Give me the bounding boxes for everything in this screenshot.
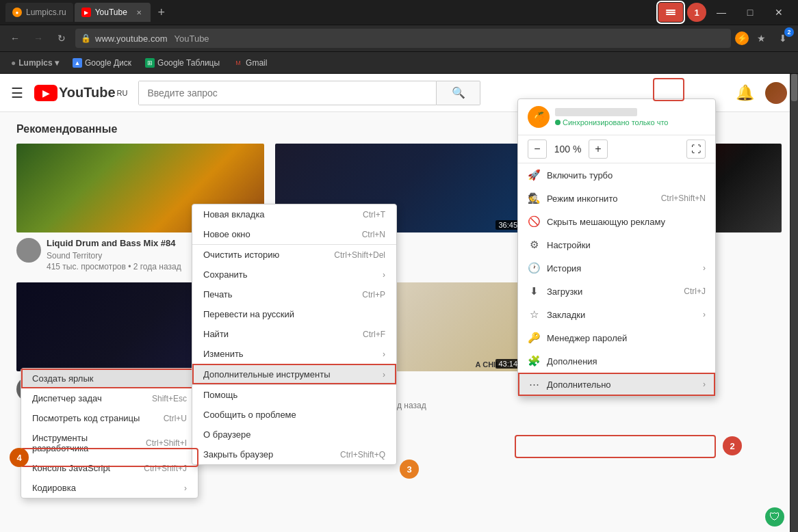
refresh-button[interactable]: ↻ <box>52 29 71 48</box>
bmi-bookmarks[interactable]: ☆ Закладки › <box>518 303 715 326</box>
encoding-label: Кодировка <box>32 483 76 493</box>
translate-label: Перевести на русский <box>203 309 294 319</box>
menu-item-devtools[interactable]: Инструменты разработчика Ctrl+Shift+I <box>21 428 198 458</box>
youtube-bell-icon[interactable]: 🔔 <box>736 84 754 102</box>
block-ads-icon: 🚫 <box>528 215 540 228</box>
yt-card-1-views: 415 тыс. просмотров • 2 года назад <box>47 262 181 271</box>
minimize-button[interactable]: — <box>708 3 735 22</box>
passwords-icon: 🔑 <box>528 332 540 344</box>
settings-icon: ⚙ <box>528 239 540 251</box>
menu-item-save[interactable]: Сохранить › <box>192 265 396 284</box>
bmi-downloads[interactable]: ⬇ Загрузки Ctrl+J <box>518 280 715 303</box>
menu-item-new-window[interactable]: Новое окно Ctrl+N <box>192 224 396 244</box>
menu-item-view-source[interactable]: Посмотреть код страницы Ctrl+U <box>21 408 198 428</box>
browser-menu-header: 🍊 Синхронизировано только что <box>518 99 715 135</box>
find-label: Найти <box>203 329 229 339</box>
close-button[interactable]: ✕ <box>765 3 793 22</box>
window-controls: 1 — □ ✕ <box>658 3 793 22</box>
forward-button[interactable]: → <box>29 29 48 48</box>
youtube-avatar[interactable] <box>765 82 787 104</box>
back-button[interactable]: ← <box>5 29 25 48</box>
menu-item-new-tab[interactable]: Новая вкладка Ctrl+T <box>192 204 396 224</box>
badge-1-container: 1 <box>687 3 706 22</box>
menu-item-create-shortcut[interactable]: Создать ярлык <box>21 369 198 388</box>
bookmark-gmail[interactable]: M Gmail <box>228 57 272 69</box>
menu-item-help[interactable]: Помощь <box>192 384 396 405</box>
devtools-shortcut: Ctrl+Shift+I <box>146 438 187 448</box>
new-tab-shortcut: Ctrl+T <box>363 210 385 220</box>
menu-item-find[interactable]: Найти Ctrl+F <box>192 324 396 344</box>
badge-1: 1 <box>687 3 706 22</box>
zoom-expand-button[interactable]: ⛶ <box>686 139 706 159</box>
bmi-history[interactable]: 🕐 История › <box>518 256 715 280</box>
youtube-logo-ru: RU <box>117 89 128 97</box>
menu-item-edit[interactable]: Изменить › <box>192 344 396 364</box>
bmi-incognito[interactable]: 🕵 Режим инкогнито Ctrl+Shift+N <box>518 187 715 210</box>
menu-item-print[interactable]: Печать Ctrl+P <box>192 284 396 304</box>
address-bar: ← → ↻ 🔒 www.youtube.com YouTube ⚡ ★ ⬇ 2 <box>0 25 798 52</box>
menu-item-additional-tools[interactable]: Дополнительные инструменты › <box>192 364 396 384</box>
turbo-button[interactable]: ⚡ <box>735 31 749 45</box>
browser-window: ● Lumpics.ru ▶ YouTube ✕ + 1 — <box>0 0 798 532</box>
bookmarks-arrow: › <box>703 310 706 319</box>
yt-hamburger-icon[interactable]: ☰ <box>11 85 23 101</box>
youtube-search-box[interactable] <box>138 81 437 105</box>
history-arrow: › <box>703 263 706 273</box>
bmi-extensions[interactable]: 🧩 Дополнения <box>518 349 715 373</box>
incognito-label: Режим инкогнито <box>547 194 654 204</box>
turbo-menu-label: Включить турбо <box>547 170 706 181</box>
sync-status-text: Синхронизировано только что <box>563 118 668 127</box>
youtube-logo[interactable]: ▶ YouTube RU <box>34 85 127 101</box>
bookmarks-bar: ● Lumpics ▾ ▲ Google Диск ⊞ Google Табли… <box>0 52 798 74</box>
youtube-logo-text: YouTube <box>59 85 116 101</box>
tab-youtube-label: YouTube <box>95 8 127 17</box>
help-label: Помощь <box>203 390 237 400</box>
downloads-shortcut: Ctrl+J <box>684 287 706 296</box>
hamburger-line-2 <box>666 12 675 13</box>
badge-3: 3 <box>400 460 419 479</box>
create-shortcut-label: Создать ярлык <box>32 373 93 384</box>
browser-menu-button[interactable] <box>658 3 683 22</box>
menu-item-console[interactable]: Консоль JavaScript Ctrl+Shift+J <box>21 458 198 478</box>
menu-item-clear-history[interactable]: Очистить историю Ctrl+Shift+Del <box>192 244 396 265</box>
bmi-additional[interactable]: ⋯ Дополнительно › <box>518 373 715 396</box>
bmi-settings[interactable]: ⚙ Настройки <box>518 233 715 256</box>
downloads-button[interactable]: ⬇ 2 <box>773 29 793 48</box>
bmi-turbo[interactable]: 🚀 Включить турбо <box>518 163 715 187</box>
scrollbar[interactable] <box>790 74 798 532</box>
youtube-search-button[interactable]: 🔍 <box>437 81 480 105</box>
tab-youtube[interactable]: ▶ YouTube ✕ <box>75 3 151 22</box>
bmi-passwords[interactable]: 🔑 Менеджер паролей <box>518 326 715 349</box>
new-tab-button[interactable]: + <box>152 3 171 22</box>
context-menu-sub: Создать ярлык Диспетчер задач Shift+Esc … <box>21 368 198 498</box>
zoom-minus-button[interactable]: − <box>528 139 547 159</box>
bookmark-button[interactable]: ★ <box>751 29 771 48</box>
menu-item-about[interactable]: О браузере <box>192 425 396 444</box>
youtube-favicon: ▶ <box>81 8 91 17</box>
encoding-left: Кодировка <box>32 483 76 493</box>
additional-tools-arrow: › <box>383 370 385 380</box>
menu-item-report[interactable]: Сообщить о проблеме <box>192 405 396 425</box>
encoding-arrow: › <box>184 483 187 493</box>
additional-label: Дополнительно <box>547 380 696 390</box>
menu-item-encoding[interactable]: Кодировка › <box>21 478 198 498</box>
clear-history-shortcut: Ctrl+Shift+Del <box>334 250 385 260</box>
bookmark-lumpics[interactable]: ● Lumpics ▾ <box>5 57 64 69</box>
menu-item-task-manager[interactable]: Диспетчер задач Shift+Esc <box>21 388 198 408</box>
bookmark-sheets[interactable]: ⊞ Google Таблицы <box>140 57 225 69</box>
menu-item-translate[interactable]: Перевести на русский <box>192 304 396 324</box>
yt-duration-5: 43:14 <box>495 359 520 369</box>
bookmark-drive[interactable]: ▲ Google Диск <box>67 57 137 69</box>
scrollbar-thumb[interactable] <box>791 74 797 101</box>
block-ads-label: Скрыть мешающую рекламу <box>547 217 706 227</box>
maximize-button[interactable]: □ <box>736 3 764 22</box>
youtube-search-input[interactable] <box>139 81 436 105</box>
task-manager-left: Диспетчер задач <box>32 393 102 403</box>
yt-card-1-channel: Sound Territory <box>47 251 181 261</box>
zoom-plus-button[interactable]: + <box>589 139 608 159</box>
menu-item-close-browser[interactable]: Закрыть браузер Ctrl+Shift+Q <box>192 444 396 464</box>
address-field[interactable]: 🔒 www.youtube.com YouTube <box>75 29 731 48</box>
tab-close-button[interactable]: ✕ <box>134 8 144 17</box>
bmi-block-ads[interactable]: 🚫 Скрыть мешающую рекламу <box>518 210 715 233</box>
tab-lumpics[interactable]: ● Lumpics.ru <box>5 3 73 22</box>
